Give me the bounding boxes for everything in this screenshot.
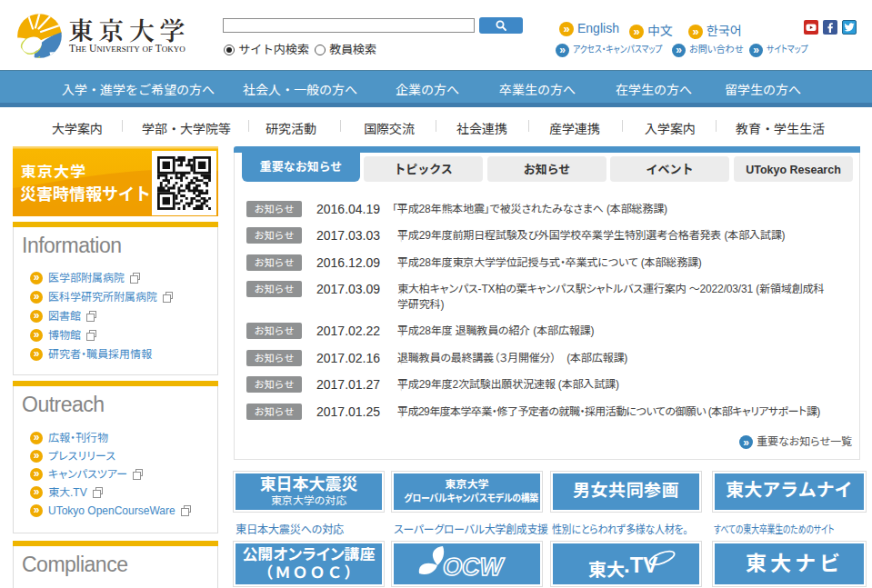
svg-text:OCW: OCW <box>443 553 506 581</box>
